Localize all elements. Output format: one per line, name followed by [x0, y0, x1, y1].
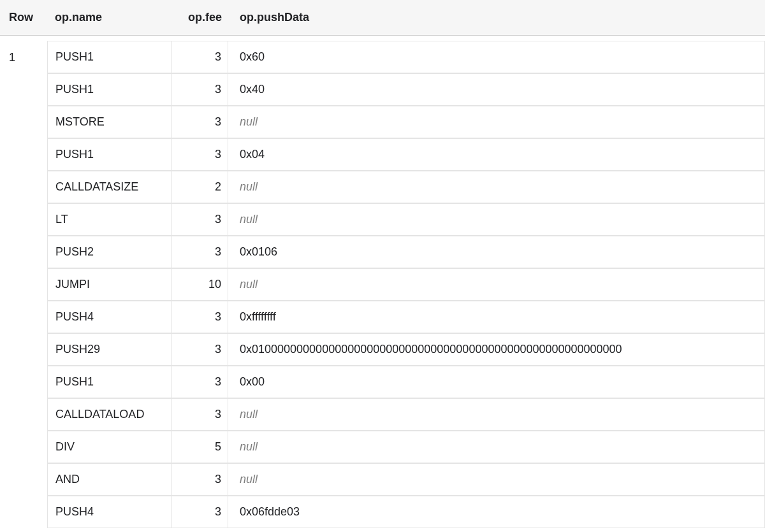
- op-name-cell: AND: [47, 463, 172, 496]
- op-pushdata-cell: 0x0106: [228, 236, 765, 268]
- null-value: null: [240, 213, 258, 226]
- op-fee-cell: 3: [172, 73, 228, 106]
- op-pushdata-cell: null: [228, 203, 765, 236]
- op-row: PUSH130x60: [47, 41, 765, 73]
- op-pushdata-cell: null: [228, 106, 765, 138]
- op-row: PUSH430x06fdde03: [47, 496, 765, 528]
- op-fee-cell: 3: [172, 301, 228, 333]
- op-pushdata-cell: 0x00: [228, 366, 765, 398]
- results-table: Row op.name op.fee op.pushData 1 PUSH130…: [0, 0, 765, 528]
- op-row: PUSH130x04: [47, 138, 765, 171]
- op-pushdata-cell: 0x06fdde03: [228, 496, 765, 528]
- null-value: null: [240, 278, 258, 291]
- op-fee-cell: 3: [172, 463, 228, 496]
- op-fee-cell: 3: [172, 398, 228, 431]
- op-name-cell: PUSH4: [47, 301, 172, 333]
- op-row: PUSH2930x0100000000000000000000000000000…: [47, 333, 765, 366]
- op-fee-cell: 3: [172, 366, 228, 398]
- op-fee-cell: 3: [172, 496, 228, 528]
- op-pushdata-cell: null: [228, 171, 765, 203]
- op-fee-cell: 5: [172, 431, 228, 463]
- op-name-cell: PUSH1: [47, 41, 172, 73]
- op-row: CALLDATALOAD3null: [47, 398, 765, 431]
- op-fee-cell: 2: [172, 171, 228, 203]
- op-row: PUSH130x40: [47, 73, 765, 106]
- table-header: Row op.name op.fee op.pushData: [0, 0, 765, 36]
- op-pushdata-cell: null: [228, 268, 765, 301]
- op-fee-cell: 3: [172, 41, 228, 73]
- op-row: LT3null: [47, 203, 765, 236]
- op-name-cell: PUSH2: [47, 236, 172, 268]
- op-pushdata-cell: 0x60: [228, 41, 765, 73]
- op-fee-cell: 3: [172, 236, 228, 268]
- col-header-push: op.pushData: [228, 11, 765, 24]
- col-header-fee: op.fee: [172, 11, 228, 24]
- null-value: null: [240, 440, 258, 454]
- op-row: PUSH230x0106: [47, 236, 765, 268]
- op-pushdata-cell: null: [228, 398, 765, 431]
- op-fee-cell: 3: [172, 333, 228, 366]
- op-row: CALLDATASIZE2null: [47, 171, 765, 203]
- op-pushdata-cell: 0x01000000000000000000000000000000000000…: [228, 333, 765, 366]
- op-fee-cell: 3: [172, 106, 228, 138]
- op-name-cell: PUSH29: [47, 333, 172, 366]
- table-body: 1 PUSH130x60PUSH130x40MSTORE3nullPUSH130…: [0, 36, 765, 528]
- op-name-cell: CALLDATALOAD: [47, 398, 172, 431]
- null-value: null: [240, 115, 258, 129]
- null-value: null: [240, 473, 258, 486]
- op-name-cell: PUSH4: [47, 496, 172, 528]
- op-name-cell: PUSH1: [47, 73, 172, 106]
- op-row: AND3null: [47, 463, 765, 496]
- op-row: PUSH430xffffffff: [47, 301, 765, 333]
- op-pushdata-cell: null: [228, 463, 765, 496]
- op-name-cell: MSTORE: [47, 106, 172, 138]
- op-name-cell: DIV: [47, 431, 172, 463]
- op-name-cell: JUMPI: [47, 268, 172, 301]
- op-pushdata-cell: 0x40: [228, 73, 765, 106]
- op-fee-cell: 3: [172, 203, 228, 236]
- op-pushdata-cell: null: [228, 431, 765, 463]
- op-row: PUSH130x00: [47, 366, 765, 398]
- null-value: null: [240, 180, 258, 194]
- op-pushdata-cell: 0x04: [228, 138, 765, 171]
- op-name-cell: PUSH1: [47, 366, 172, 398]
- op-name-cell: LT: [47, 203, 172, 236]
- op-fee-cell: 3: [172, 138, 228, 171]
- op-list: PUSH130x60PUSH130x40MSTORE3nullPUSH130x0…: [47, 41, 765, 528]
- op-name-cell: CALLDATASIZE: [47, 171, 172, 203]
- op-row: MSTORE3null: [47, 106, 765, 138]
- op-fee-cell: 10: [172, 268, 228, 301]
- op-row: DIV5null: [47, 431, 765, 463]
- op-pushdata-cell: 0xffffffff: [228, 301, 765, 333]
- col-header-row: Row: [0, 11, 47, 24]
- op-row: JUMPI10null: [47, 268, 765, 301]
- table-row: 1 PUSH130x60PUSH130x40MSTORE3nullPUSH130…: [0, 41, 765, 528]
- op-name-cell: PUSH1: [47, 138, 172, 171]
- col-header-name: op.name: [47, 11, 172, 24]
- row-number: 1: [0, 41, 47, 528]
- null-value: null: [240, 408, 258, 421]
